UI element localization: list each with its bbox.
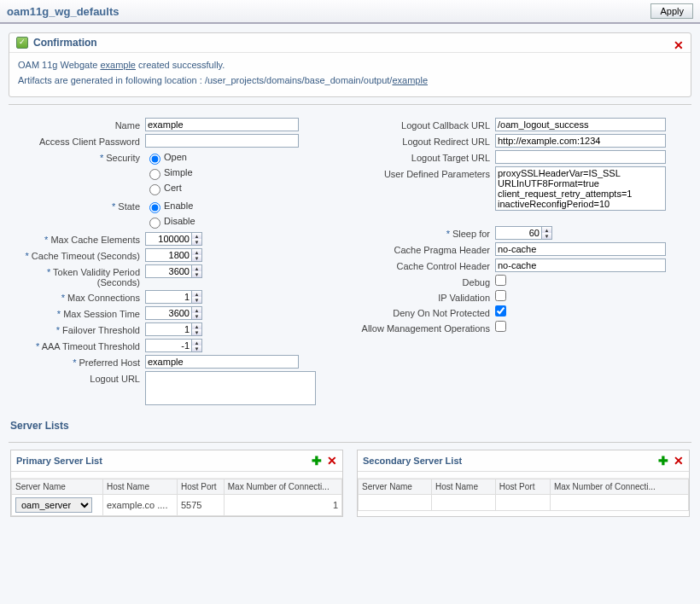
logout-url-label: Logout URL [9, 371, 145, 384]
host-name-cell: example.co .... [102, 495, 177, 516]
conf-link-1[interactable]: example [100, 60, 136, 70]
server-name-select[interactable]: oam_server [15, 497, 92, 513]
name-label: Name [9, 118, 145, 131]
security-radio-group: Open Simple Cert [145, 150, 341, 196]
max-cache-elements-input[interactable] [145, 232, 192, 246]
divider [9, 104, 691, 105]
user-defined-parameters-input[interactable]: proxySSLHeaderVar=IS_SSL URLInUTF8Format… [495, 166, 666, 211]
secondary-server-list-panel: Secondary Server List ✚ ✕ Server Name Ho… [357, 450, 690, 517]
spinner-up-icon[interactable]: ▲ [192, 265, 201, 271]
name-input[interactable] [145, 118, 299, 131]
col-host-port: Host Port [495, 479, 550, 495]
add-icon[interactable]: ✚ [658, 454, 668, 468]
token-validity-label: Token Validity Period (Seconds) [9, 264, 145, 287]
failover-threshold-label: Failover Threshold [9, 322, 145, 335]
secondary-server-table: Server Name Host Name Host Port Max Numb… [358, 479, 689, 511]
allow-management-operations-checkbox[interactable] [495, 321, 506, 332]
deny-not-protected-label: Deny On Not Protected [359, 305, 495, 318]
security-simple-radio[interactable] [149, 169, 160, 180]
state-radio-group: Enable Disable [145, 199, 341, 229]
logout-url-input[interactable] [145, 371, 316, 405]
access-client-password-input[interactable] [145, 134, 299, 148]
host-port-cell: 5575 [177, 495, 224, 516]
spinner-down-icon[interactable]: ▼ [192, 346, 201, 351]
max-connections-label: Max Connections [9, 290, 145, 303]
conf-link-2[interactable]: example [392, 75, 428, 85]
apply-button[interactable]: Apply [650, 3, 693, 19]
max-connections-input[interactable] [145, 290, 192, 304]
max-cache-elements-label: Max Cache Elements [9, 232, 145, 245]
security-open-radio[interactable] [149, 154, 160, 165]
server-lists-title: Server Lists [0, 413, 700, 435]
table-row [359, 495, 689, 511]
ip-validation-label: IP Validation [359, 290, 495, 303]
spinner-down-icon[interactable]: ▼ [192, 313, 201, 319]
page-title: oam11g_wg_defaults [7, 5, 120, 18]
col-host-port: Host Port [177, 479, 224, 495]
close-icon[interactable]: ✕ [674, 38, 684, 52]
sleep-for-label: Sleep for [359, 226, 495, 239]
col-host-name: Host Name [102, 479, 177, 495]
token-validity-input[interactable] [145, 264, 192, 278]
divider [9, 442, 691, 443]
aaa-timeout-label: AAA Timeout Threshold [9, 339, 145, 351]
spinner-down-icon[interactable]: ▼ [192, 271, 201, 277]
debug-checkbox[interactable] [495, 275, 506, 286]
cache-pragma-header-input[interactable] [495, 242, 666, 256]
preferred-host-label: Preferred Host [9, 355, 145, 368]
max-session-time-label: Max Session Time [9, 306, 145, 319]
security-label: Security [9, 150, 145, 163]
logout-redirect-url-label: Logout Redirect URL [359, 134, 495, 147]
debug-label: Debug [359, 275, 495, 287]
max-conn-cell: 1 [224, 495, 341, 516]
delete-icon[interactable]: ✕ [674, 454, 684, 468]
preferred-host-input[interactable] [145, 355, 299, 369]
state-disable-radio[interactable] [149, 218, 160, 229]
form-right-column: Logout Callback URL Logout Redirect URL … [359, 115, 691, 409]
spinner-up-icon[interactable]: ▲ [542, 227, 551, 233]
cache-timeout-input[interactable] [145, 248, 192, 262]
state-enable-radio[interactable] [149, 202, 160, 213]
spinner-up-icon[interactable]: ▲ [192, 307, 201, 313]
spinner-up-icon[interactable]: ▲ [192, 291, 201, 297]
spinner-down-icon[interactable]: ▼ [192, 297, 201, 303]
table-row[interactable]: oam_server example.co .... 5575 1 [12, 495, 342, 516]
form-area: Name Access Client Password Security Ope… [0, 112, 700, 413]
col-server-name: Server Name [359, 479, 432, 495]
sleep-for-input[interactable] [495, 226, 542, 240]
add-icon[interactable]: ✚ [312, 454, 322, 468]
spinner-up-icon[interactable]: ▲ [192, 340, 201, 346]
col-max-connections: Max Number of Connecti... [224, 479, 341, 495]
cache-control-header-input[interactable] [495, 258, 666, 272]
col-server-name: Server Name [12, 479, 103, 495]
conf-text: Artifacts are generated in following loc… [18, 75, 392, 85]
secondary-server-list-title: Secondary Server List [363, 456, 462, 466]
primary-server-table: Server Name Host Name Host Port Max Numb… [11, 479, 342, 516]
logout-callback-url-input[interactable] [495, 118, 666, 131]
spinner-up-icon[interactable]: ▲ [192, 323, 201, 329]
failover-threshold-input[interactable] [145, 322, 192, 336]
spinner-down-icon[interactable]: ▼ [192, 239, 201, 245]
security-cert-radio[interactable] [149, 184, 160, 195]
server-lists: Primary Server List ✚ ✕ Server Name Host… [0, 450, 700, 527]
spinner-down-icon[interactable]: ▼ [542, 233, 551, 239]
spinner-up-icon[interactable]: ▲ [192, 233, 201, 239]
col-host-name: Host Name [432, 479, 496, 495]
logout-target-url-input[interactable] [495, 150, 666, 164]
confirmation-panel: Confirmation ✕ OAM 11g Webgate example c… [9, 32, 691, 97]
ip-validation-checkbox[interactable] [495, 290, 506, 301]
max-session-time-input[interactable] [145, 306, 192, 320]
deny-not-protected-checkbox[interactable] [495, 305, 506, 317]
spinner-down-icon[interactable]: ▼ [192, 329, 201, 335]
logout-redirect-url-input[interactable] [495, 134, 666, 148]
conf-text: created successfully. [136, 60, 225, 70]
cache-timeout-label: Cache Timeout (Seconds) [9, 248, 145, 261]
user-defined-parameters-label: User Defined Parameters [359, 166, 495, 179]
delete-icon[interactable]: ✕ [327, 454, 337, 468]
spinner-down-icon[interactable]: ▼ [192, 255, 201, 261]
allow-management-operations-label: Allow Management Operations [359, 321, 495, 334]
spinner-up-icon[interactable]: ▲ [192, 249, 201, 255]
aaa-timeout-input[interactable] [145, 339, 192, 352]
state-label: State [9, 199, 145, 212]
form-left-column: Name Access Client Password Security Ope… [9, 115, 341, 409]
